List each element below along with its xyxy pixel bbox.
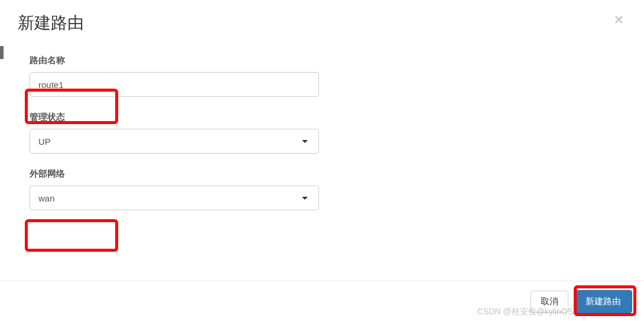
route-name-input[interactable] xyxy=(30,72,319,97)
admin-state-label: 管理状态 xyxy=(30,112,319,123)
route-name-label: 路由名称 xyxy=(30,55,319,66)
modal-body: 路由名称 管理状态 UP 外部网络 wan xyxy=(0,43,644,281)
external-network-select[interactable]: wan xyxy=(30,186,319,210)
admin-state-select[interactable]: UP xyxy=(30,129,319,154)
submit-button[interactable]: 新建路由 xyxy=(574,290,632,313)
external-network-label: 外部网络 xyxy=(30,168,319,180)
admin-state-group: 管理状态 UP xyxy=(30,112,319,154)
create-router-modal: 新建路由 × 路由名称 管理状态 UP 外部网络 wan 取消 新建路由 xyxy=(0,0,644,322)
external-network-group: 外部网络 wan xyxy=(30,168,319,210)
caret-down-icon xyxy=(302,140,308,143)
admin-state-value: UP xyxy=(38,136,51,147)
route-name-group: 路由名称 xyxy=(30,55,319,97)
close-icon[interactable]: × xyxy=(612,12,626,27)
cancel-button[interactable]: 取消 xyxy=(531,291,568,313)
caret-down-icon xyxy=(302,197,308,200)
modal-footer: 取消 新建路由 xyxy=(0,281,644,322)
modal-title: 新建路由 xyxy=(18,12,84,34)
decorative-edge xyxy=(0,46,4,59)
modal-header: 新建路由 × xyxy=(0,0,644,43)
external-network-value: wan xyxy=(38,193,55,203)
